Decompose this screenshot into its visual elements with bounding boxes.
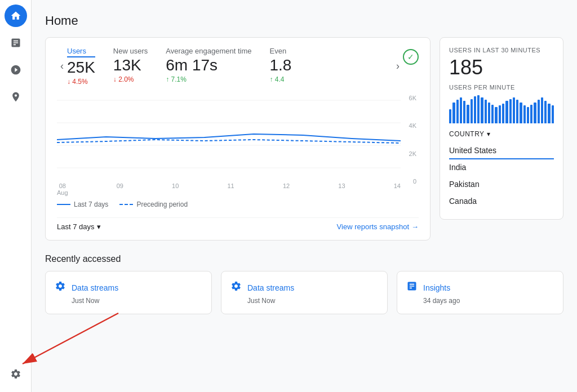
bar-item — [449, 109, 451, 123]
bar-item — [474, 96, 476, 123]
recent-card-3[interactable]: Insights 34 days ago — [397, 271, 563, 314]
x-label-13: 13 — [338, 182, 345, 196]
x-label-11: 11 — [228, 182, 234, 196]
recently-section: Recently accessed Data streams Just Now — [45, 254, 563, 314]
y-label-4k: 4K — [409, 122, 416, 129]
view-snapshot-label: View reports snapshot — [337, 222, 409, 231]
bar-item — [509, 99, 512, 123]
next-metric-button[interactable]: › — [393, 58, 403, 74]
bar-item — [477, 95, 480, 123]
legend-dashed: Preceding period — [119, 201, 188, 208]
country-label: COUNTRY — [449, 130, 485, 138]
sidebar-home-icon[interactable] — [5, 5, 27, 27]
bar-item — [460, 97, 462, 123]
bar-item — [505, 101, 508, 123]
date-range-button[interactable]: Last 7 days ▾ — [57, 222, 101, 231]
realtime-label: USERS IN LAST 30 MINUTES — [449, 47, 554, 54]
metric-engagement-label: Average engagement time — [166, 47, 251, 55]
right-panel: USERS IN LAST 30 MINUTES 185 USERS PER M… — [440, 37, 563, 220]
metric-new-users-change: ↓ 2.0% — [113, 75, 148, 83]
metric-engagement-change: ↑ 7.1% — [166, 75, 251, 83]
recently-title: Recently accessed — [45, 254, 563, 264]
bar-item — [548, 104, 550, 123]
country-list: United States India Pakistan Canada — [449, 142, 554, 210]
recent-card-1-title: Data streams — [72, 283, 118, 292]
country-item-canada[interactable]: Canada — [449, 193, 554, 210]
metric-even-change: ↑ 4.4 — [270, 75, 292, 83]
main-chart-card: ‹ Users 25K ↓ 4.5% New users 13K ↓ 2.0% … — [45, 37, 430, 240]
y-label-6k: 6K — [409, 95, 416, 101]
recently-cards: Data streams Just Now Data streams Just … — [45, 271, 563, 314]
sidebar-explore-icon[interactable] — [5, 86, 27, 108]
view-snapshot-link[interactable]: View reports snapshot → — [337, 222, 419, 231]
x-label-09: 09 — [117, 182, 123, 196]
metric-users-value: 25K — [67, 59, 95, 77]
legend-dashed-label: Preceding period — [136, 201, 188, 208]
bar-item — [544, 101, 547, 123]
recent-card-2-icon — [230, 280, 242, 295]
bar-item — [471, 99, 473, 123]
chart-y-labels: 6K 4K 2K 0 — [409, 95, 419, 185]
check-icon: ✓ — [403, 49, 419, 65]
country-dropdown[interactable]: COUNTRY ▾ — [449, 130, 554, 138]
chart-svg — [57, 95, 401, 185]
sidebar-reports-icon[interactable] — [5, 32, 27, 54]
metrics-row: ‹ Users 25K ↓ 4.5% New users 13K ↓ 2.0% … — [57, 47, 419, 86]
bar-item — [538, 100, 540, 123]
recent-card-1-header: Data streams — [55, 280, 202, 295]
x-label-14: 14 — [394, 182, 401, 196]
recent-card-3-header: Insights — [406, 280, 554, 295]
bar-item — [456, 100, 459, 123]
bar-item — [516, 100, 518, 123]
bar-item — [485, 100, 487, 123]
bar-item — [534, 103, 536, 124]
date-range-arrow: ▾ — [97, 222, 101, 231]
x-label-10: 10 — [172, 182, 179, 196]
recent-card-1[interactable]: Data streams Just Now — [45, 271, 212, 314]
metric-users-label: Users — [67, 47, 95, 57]
bar-item — [463, 101, 465, 123]
x-label-12: 12 — [283, 182, 290, 196]
main-content: Home ‹ Users 25K ↓ 4.5% New users 13K ↓ … — [32, 0, 577, 392]
legend-solid-label: Last 7 days — [74, 201, 108, 208]
recent-card-2-header: Data streams — [230, 280, 378, 295]
bar-item — [520, 103, 522, 124]
metric-new-users-value: 13K — [113, 56, 148, 74]
bar-item — [502, 104, 504, 123]
sidebar-settings-icon[interactable] — [5, 363, 27, 385]
metric-users-change: ↓ 4.5% — [67, 78, 95, 86]
metric-new-users-label: New users — [113, 47, 148, 55]
recent-card-2[interactable]: Data streams Just Now — [221, 271, 388, 314]
metric-even: Even 1.8 ↑ 4.4 — [270, 47, 292, 86]
content-row: ‹ Users 25K ↓ 4.5% New users 13K ↓ 2.0% … — [45, 37, 563, 240]
country-item-india[interactable]: India — [449, 159, 554, 176]
bar-item — [513, 97, 515, 123]
bar-item — [488, 103, 490, 124]
chart-area: 6K 4K 2K 0 08Aug 09 10 11 12 13 14 — [57, 95, 419, 196]
users-per-min-label: USERS PER MINUTE — [449, 84, 554, 91]
bar-item — [499, 105, 501, 123]
bar-item — [495, 107, 497, 123]
metric-even-label: Even — [270, 47, 292, 55]
y-label-2k: 2K — [409, 150, 416, 157]
prev-metric-button[interactable]: ‹ — [57, 58, 67, 74]
view-snapshot-arrow: → — [411, 222, 419, 231]
recent-card-2-time: Just Now — [247, 297, 378, 305]
bar-item — [530, 105, 532, 123]
bar-item — [467, 105, 469, 123]
bar-item — [552, 105, 554, 123]
country-item-us[interactable]: United States — [449, 142, 554, 159]
metric-users: Users 25K ↓ 4.5% — [67, 47, 95, 86]
recent-card-2-title: Data streams — [247, 283, 294, 292]
y-label-0: 0 — [413, 178, 416, 185]
page-title: Home — [45, 14, 563, 28]
metrics-items: Users 25K ↓ 4.5% New users 13K ↓ 2.0% Av… — [67, 47, 393, 86]
metric-even-value: 1.8 — [270, 56, 292, 74]
recent-card-1-icon — [55, 280, 66, 295]
country-item-pakistan[interactable]: Pakistan — [449, 176, 554, 193]
chart-legend: Last 7 days Preceding period — [57, 201, 419, 208]
realtime-value: 185 — [449, 56, 554, 79]
metric-new-users: New users 13K ↓ 2.0% — [113, 47, 148, 86]
sidebar-realtime-icon[interactable] — [5, 59, 27, 81]
recent-card-3-icon — [406, 280, 418, 295]
